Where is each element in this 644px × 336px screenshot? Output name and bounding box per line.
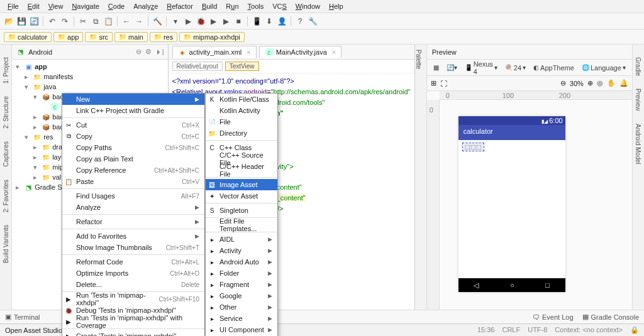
- menu-item[interactable]: 📋PasteCtrl+V: [62, 176, 204, 187]
- menu-item[interactable]: ✦Vector Asset: [206, 190, 277, 202]
- forward-icon[interactable]: →: [134, 16, 144, 26]
- redo-icon[interactable]: ↷: [60, 16, 70, 26]
- orientation-icon[interactable]: 🔄▾: [444, 63, 460, 72]
- menu-item[interactable]: ▸AIDL▶: [206, 234, 277, 245]
- menu-item[interactable]: Reformat CodeCtrl+Alt+L: [62, 256, 204, 268]
- menu-build[interactable]: Build: [198, 1, 221, 11]
- tab-palette[interactable]: Palette: [415, 45, 422, 69]
- menu-item[interactable]: ▸Folder▶: [206, 268, 277, 279]
- help-icon[interactable]: ?: [295, 16, 305, 26]
- gear-icon[interactable]: ⚙: [145, 48, 152, 56]
- tab-captures[interactable]: Captures: [3, 141, 9, 167]
- cut-icon[interactable]: ✂: [78, 16, 88, 26]
- menu-navigate[interactable]: Navigate: [68, 1, 103, 11]
- menu-file[interactable]: File: [4, 1, 23, 11]
- undo-icon[interactable]: ↶: [47, 16, 57, 26]
- menu-item[interactable]: ▸Fragment▶: [206, 279, 277, 290]
- crumb-src[interactable]: 📁src: [85, 32, 113, 42]
- crumb-project[interactable]: 📁calculator: [4, 32, 52, 42]
- save-icon[interactable]: 💾: [16, 16, 26, 26]
- menu-item[interactable]: ▸Google▶: [206, 290, 277, 301]
- copy-icon[interactable]: ⧉: [91, 16, 101, 26]
- close-icon[interactable]: ×: [247, 48, 250, 56]
- run-icon[interactable]: ▶: [183, 16, 193, 26]
- menu-item[interactable]: Refactor▶: [62, 216, 204, 227]
- menu-view[interactable]: View: [45, 1, 67, 11]
- status-lineend[interactable]: CRLF: [502, 326, 520, 334]
- language-selector[interactable]: 🌐Language▾: [579, 63, 628, 72]
- api-selector[interactable]: 🍭24▾: [502, 63, 528, 72]
- tab-terminal[interactable]: ▣ Terminal: [5, 313, 40, 321]
- grid-icon[interactable]: ⊞: [431, 79, 436, 87]
- menu-item[interactable]: SSingleton: [206, 205, 277, 216]
- menu-item[interactable]: ▶Create 'Tests in 'mipmap-xxhdpi''...: [62, 330, 204, 336]
- menu-item[interactable]: New▶: [62, 94, 204, 105]
- menu-item[interactable]: ▸UI Component▶: [206, 324, 277, 335]
- collapse-icon[interactable]: ⊖: [136, 48, 142, 56]
- settings-icon[interactable]: 🔧: [308, 16, 318, 26]
- menu-item[interactable]: ✂CutCtrl+X: [62, 119, 204, 131]
- menu-item[interactable]: ▶Run 'Tests in 'mipmap-xxhdpi''Ctrl+Shif…: [62, 293, 204, 305]
- menu-item[interactable]: 📄File: [206, 116, 277, 127]
- menu-tools[interactable]: Tools: [244, 1, 268, 11]
- build-icon[interactable]: 🔨: [152, 16, 162, 26]
- hide-icon[interactable]: ⏵|: [155, 48, 164, 56]
- run-config-icon[interactable]: ▾: [170, 16, 180, 26]
- menu-item[interactable]: ▸Other▶: [206, 301, 277, 313]
- tab-android-model[interactable]: Android Model: [635, 124, 641, 164]
- zoom-out-icon[interactable]: ⊖: [560, 79, 566, 87]
- menu-item[interactable]: Delete...Delete: [62, 279, 204, 290]
- menu-item[interactable]: Copy ReferenceCtrl+Alt+Shift+C: [62, 165, 204, 176]
- crumb-app[interactable]: 📁app: [53, 32, 83, 42]
- menu-code[interactable]: Code: [104, 1, 128, 11]
- debug-icon[interactable]: 🐞: [196, 16, 206, 26]
- tree-app[interactable]: ▾▣app: [12, 62, 167, 72]
- theme-selector[interactable]: ◐AppTheme: [531, 63, 577, 72]
- menu-run[interactable]: Run: [222, 1, 242, 11]
- menu-item[interactable]: Link C++ Project with Gradle: [62, 105, 204, 116]
- crumb-mipmap[interactable]: 📁mipmap-xxhdpi: [179, 32, 245, 42]
- coverage-icon[interactable]: ▶: [221, 16, 231, 26]
- view-mode-icon[interactable]: ▦: [431, 63, 441, 72]
- menu-edit[interactable]: Edit: [24, 1, 43, 11]
- status-encoding[interactable]: UTF-8: [528, 326, 547, 334]
- monitor-icon[interactable]: 👤: [277, 16, 287, 26]
- menu-item[interactable]: Optimize ImportsCtrl+Alt+O: [62, 268, 204, 279]
- menu-item[interactable]: Find UsagesAlt+F7: [62, 190, 204, 202]
- tab-preview[interactable]: Preview: [635, 89, 641, 111]
- menu-item[interactable]: KKotlin File/Class: [206, 94, 277, 105]
- project-mode[interactable]: Android: [28, 48, 52, 56]
- crumb-res[interactable]: 📁res: [150, 32, 177, 42]
- tab-project[interactable]: 1: Project: [3, 57, 9, 84]
- tab-buildvariants[interactable]: Build Variants: [3, 225, 9, 263]
- menu-item[interactable]: ⧉CopyCtrl+C: [62, 131, 204, 142]
- menu-help[interactable]: Help: [325, 1, 347, 11]
- sdk-icon[interactable]: ⬇: [264, 16, 274, 26]
- menu-item[interactable]: Kotlin Activity: [206, 105, 277, 116]
- menu-item[interactable]: Show Image ThumbnailsCtrl+Shift+T: [62, 242, 204, 253]
- status-context[interactable]: Context: <no context>: [555, 326, 623, 334]
- tree-java[interactable]: ▾📁java: [12, 82, 167, 92]
- lock-icon[interactable]: 🔒: [630, 326, 639, 334]
- menu-item[interactable]: Add to Favorites▶: [62, 230, 204, 242]
- menu-item[interactable]: ▶Run 'Tests in 'mipmap-xxhdpi'' with Cov…: [62, 316, 204, 327]
- tab-mainactivity[interactable]: cMainActivity.java×: [259, 46, 342, 58]
- tab-favorites[interactable]: 2: Favorites: [3, 180, 9, 212]
- menu-item[interactable]: ▸Android Auto▶: [206, 256, 277, 268]
- tab-gradle[interactable]: Gradle: [635, 57, 641, 76]
- tab-eventlog[interactable]: 🗨 Event Log: [533, 313, 574, 321]
- menu-item[interactable]: 📁Directory: [206, 127, 277, 139]
- xml-crumb[interactable]: RelativeLayout: [172, 62, 223, 71]
- menu-item[interactable]: Edit File Templates...: [206, 219, 277, 230]
- menu-item[interactable]: ▸Service▶: [206, 313, 277, 324]
- attach-icon[interactable]: ▶: [208, 16, 218, 26]
- menu-refactor[interactable]: Refactor: [163, 1, 197, 11]
- stop-icon[interactable]: ■: [233, 16, 243, 26]
- tab-structure[interactable]: 2: Structure: [3, 96, 9, 129]
- tab-gradle-console[interactable]: ▦ Gradle Console: [582, 313, 639, 321]
- back-icon[interactable]: ←: [121, 16, 131, 26]
- menu-item[interactable]: Analyze▶: [62, 202, 204, 213]
- menu-analyze[interactable]: Analyze: [130, 1, 162, 11]
- menu-item[interactable]: C/C++ Header File: [206, 165, 277, 176]
- device-frame[interactable]: ▮◢ 6:00 calculator ⬚⬚⬚ ◁○□: [458, 116, 565, 292]
